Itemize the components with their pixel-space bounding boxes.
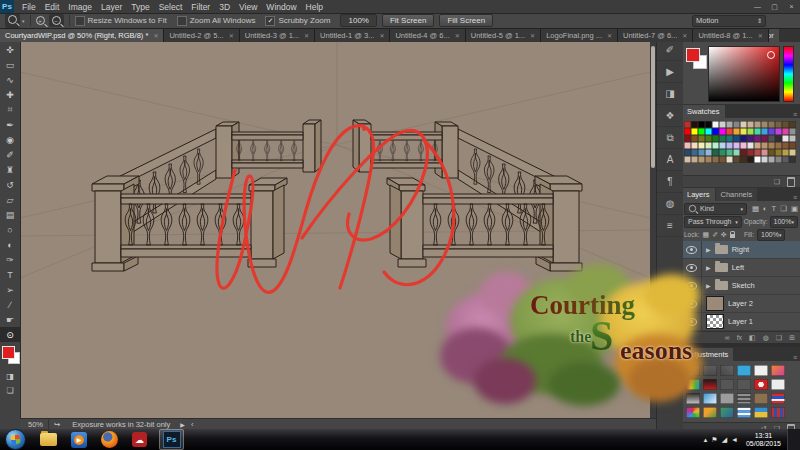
- swatch-19[interactable]: [705, 128, 712, 135]
- crop-tool[interactable]: ⌗: [0, 102, 20, 117]
- swatch-73[interactable]: [747, 149, 754, 156]
- status-play-icon[interactable]: ▶: [180, 421, 185, 428]
- layer-row-sketch[interactable]: ▶ Sketch: [682, 277, 800, 295]
- lock-transparency-icon[interactable]: ▦: [703, 231, 710, 239]
- swatch-86[interactable]: [726, 156, 733, 163]
- swatch-43[interactable]: [761, 135, 768, 142]
- swatch-54[interactable]: [726, 142, 733, 149]
- path-select-tool[interactable]: ➢: [0, 282, 20, 297]
- tab-untitled-2[interactable]: Untitled-2 @ 5...: [164, 28, 239, 42]
- adjustment-icon-2[interactable]: [720, 365, 734, 376]
- eraser-tool[interactable]: ▱: [0, 192, 20, 207]
- type-tool[interactable]: T: [0, 267, 20, 282]
- tool-dropdown-arrow[interactable]: ▾: [22, 18, 25, 24]
- swatch-55[interactable]: [733, 142, 740, 149]
- swatch-1[interactable]: [691, 121, 698, 128]
- tab-adjustments[interactable]: Adjustments: [682, 348, 733, 361]
- swatch-35[interactable]: [705, 135, 712, 142]
- menu-image[interactable]: Image: [68, 2, 92, 12]
- panel-menu-icon[interactable]: ≡: [793, 111, 800, 118]
- layer-row-layer1[interactable]: Layer 1: [682, 313, 800, 331]
- volume-icon[interactable]: ◄: [731, 436, 738, 443]
- swatch-49[interactable]: [691, 142, 698, 149]
- layer-mask-icon[interactable]: ◧: [749, 334, 756, 342]
- shape-filter-icon[interactable]: ❏: [780, 204, 787, 213]
- swatch-22[interactable]: [726, 128, 733, 135]
- tab-courtyardwip[interactable]: CourtyardWIP.psd @ 50% (Right, RGB/8) *: [0, 28, 164, 42]
- swatch-74[interactable]: [754, 149, 761, 156]
- swatch-40[interactable]: [740, 135, 747, 142]
- swatch-52[interactable]: [712, 142, 719, 149]
- swatch-89[interactable]: [747, 156, 754, 163]
- adjustment-icon-12[interactable]: [686, 393, 700, 404]
- zoom-tool-icon[interactable]: [5, 13, 20, 28]
- visibility-eye-icon[interactable]: [686, 264, 697, 272]
- swatch-58[interactable]: [754, 142, 761, 149]
- swatch-70[interactable]: [726, 149, 733, 156]
- swatch-72[interactable]: [740, 149, 747, 156]
- layer-filter-dropdown[interactable]: Kind ▾: [684, 203, 747, 215]
- swatch-0[interactable]: [684, 121, 691, 128]
- adjustment-filter-icon[interactable]: ◐: [763, 204, 768, 213]
- adjustment-icon-8[interactable]: [720, 379, 734, 390]
- tab-swatches[interactable]: Swatches: [682, 105, 725, 118]
- close-button[interactable]: ×: [783, 2, 800, 12]
- group-expand-icon[interactable]: ▶: [706, 264, 711, 271]
- swatch-25[interactable]: [747, 128, 754, 135]
- tab-untitled-5[interactable]: Untitled-5 @ 1...: [466, 28, 541, 42]
- menu-3d[interactable]: 3D: [219, 2, 230, 12]
- character-panel-icon[interactable]: A: [657, 149, 683, 171]
- scrollbar-thumb[interactable]: [651, 46, 655, 168]
- swatch-71[interactable]: [733, 149, 740, 156]
- group-expand-icon[interactable]: ▶: [706, 282, 711, 289]
- 3d-panel-icon[interactable]: ◍: [657, 193, 683, 215]
- layer-comps-icon[interactable]: ⧉: [657, 127, 683, 149]
- swatch-33[interactable]: [691, 135, 698, 142]
- tray-expand-icon[interactable]: ▴: [704, 436, 708, 444]
- swatch-3[interactable]: [705, 121, 712, 128]
- blend-mode-dropdown[interactable]: Pass Through ▾: [684, 216, 742, 228]
- clone-stamp-tool[interactable]: ♜: [0, 162, 20, 177]
- taskbar-creative-cloud[interactable]: ☁: [132, 432, 147, 447]
- menu-select[interactable]: Select: [159, 2, 183, 12]
- adjustment-icon-1[interactable]: [703, 365, 717, 376]
- tab-untitled-7[interactable]: Untitled-7 @ 6...: [618, 28, 693, 42]
- adjustment-icon-14[interactable]: [720, 393, 734, 404]
- swatch-46[interactable]: [782, 135, 789, 142]
- zoom-tool[interactable]: ⊙: [0, 327, 20, 342]
- taskbar-clock[interactable]: 13:31 05/08/2015: [746, 432, 781, 448]
- swatch-42[interactable]: [754, 135, 761, 142]
- swatch-2[interactable]: [698, 121, 705, 128]
- show-desktop-button[interactable]: [787, 429, 800, 450]
- swatch-68[interactable]: [712, 149, 719, 156]
- taskbar-explorer[interactable]: [40, 433, 57, 446]
- adjustment-icon-21[interactable]: [737, 407, 751, 418]
- swatch-50[interactable]: [698, 142, 705, 149]
- paragraph-panel-icon[interactable]: ¶: [657, 171, 683, 193]
- layer-group-icon[interactable]: ❏: [776, 334, 782, 342]
- tab-untitled-3[interactable]: Untitled-3 @ 1...: [240, 28, 315, 42]
- swatch-67[interactable]: [705, 149, 712, 156]
- swatch-85[interactable]: [719, 156, 726, 163]
- menu-help[interactable]: Help: [306, 2, 323, 12]
- new-swatch-icon[interactable]: ❏: [774, 178, 780, 186]
- menu-view[interactable]: View: [239, 2, 257, 12]
- swatch-92[interactable]: [768, 156, 775, 163]
- foreground-color-swatch[interactable]: [686, 48, 700, 62]
- adjustment-icon-6[interactable]: [686, 379, 700, 390]
- swatch-47[interactable]: [789, 135, 796, 142]
- swatch-80[interactable]: [684, 156, 691, 163]
- lasso-tool[interactable]: ∿: [0, 72, 20, 87]
- canvas-area[interactable]: [20, 42, 650, 418]
- panel-menu-icon[interactable]: ≡: [793, 354, 800, 361]
- zoom-out-icon[interactable]: −: [49, 14, 64, 28]
- swatch-20[interactable]: [712, 128, 719, 135]
- swatch-94[interactable]: [782, 156, 789, 163]
- panel-menu-icon[interactable]: ≡: [793, 194, 800, 201]
- swatch-38[interactable]: [726, 135, 733, 142]
- swatch-75[interactable]: [761, 149, 768, 156]
- delete-swatch-icon[interactable]: [787, 177, 795, 187]
- swatch-31[interactable]: [789, 128, 796, 135]
- zoom-all-windows-checkbox[interactable]: Zoom All Windows: [177, 16, 256, 26]
- swatch-39[interactable]: [733, 135, 740, 142]
